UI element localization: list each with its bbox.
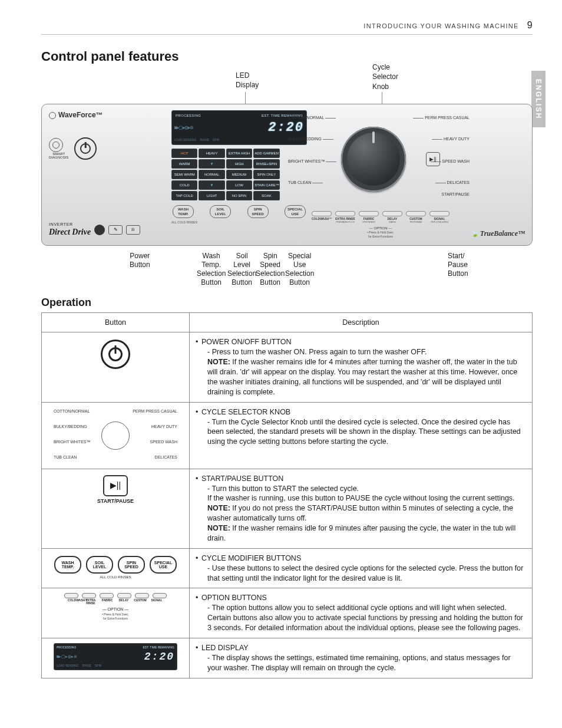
grid-cell: TAP COLD <box>171 191 197 200</box>
panel-mid-zone: PROCESSINGEST. TIME REMAINING ◙▸▢▸◍▸⊚ 2:… <box>171 110 307 238</box>
table-row: WASHTEMP.SOILLEVELSPINSPEEDSPECIALUSEALL… <box>42 548 533 588</box>
modifier-icons: WASHTEMP.SOILLEVELSPINSPEEDSPECIALUSE <box>48 556 183 574</box>
cycle-label: TUB CLEAN <box>288 180 324 185</box>
all-cold-rinses-label: ALL COLD RINSES <box>171 220 307 225</box>
option-button: CUSTOMPROGRAM <box>406 211 426 223</box>
grid-cell: HIGH <box>226 159 252 169</box>
top-callouts: LED Display Cycle Selector Knob <box>41 68 533 104</box>
modifier-row: WASHTEMP.SOILLEVELSPINSPEEDSPECIALUSE <box>171 205 307 218</box>
col-button: Button <box>42 312 190 332</box>
grid-cell: NO SPIN <box>226 191 252 200</box>
button-cell <box>42 332 190 402</box>
operation-table: Button Description POWER ON/OFF BUTTON- … <box>41 312 533 678</box>
description-cell: CYCLE MODIFIER BUTTONS- Use these button… <box>190 548 533 588</box>
description-cell: CYCLE SELECTOR KNOB- Turn the Cycle Sele… <box>190 402 533 469</box>
callout-special: Special Use Selection Button <box>285 252 314 287</box>
inverter-label: INVERTER <box>49 222 91 227</box>
callout-knob: Cycle Selector Knob <box>372 62 398 91</box>
button-cell: WASHTEMP.SOILLEVELSPINSPEEDSPECIALUSEALL… <box>42 548 190 588</box>
panel-left-zone: WaveForce™ SMART DIAGNOSIS INVERTER Dire… <box>49 110 167 238</box>
start-pause-icon: ▶|| <box>426 152 440 166</box>
page-number: 9 <box>527 19 533 32</box>
options-icon: COLDWASH™EXTRA RINSEFABRICDELAYCUSTOMSIG… <box>57 593 174 620</box>
col-description: Description <box>190 312 533 332</box>
callout-spin: Spin Speed Selection Button <box>256 252 285 287</box>
dd-badge-icon <box>94 225 105 235</box>
description-cell: LED DISPLAY- The display shows the setti… <box>190 638 533 678</box>
section-title: INTRODUCING YOUR WASHING MACHINE <box>363 22 518 31</box>
grid-cell: SPIN ONLY <box>253 170 279 179</box>
start-pause-label: START/PAUSE <box>48 498 183 505</box>
control-panel-diagram: WaveForce™ SMART DIAGNOSIS INVERTER Dire… <box>41 104 533 246</box>
led-hdr-left: PROCESSING <box>176 113 201 118</box>
grid-cell: NORMAL <box>199 170 224 179</box>
grid-cell: COLD <box>171 180 197 190</box>
table-row: ▶||START/PAUSESTART/PAUSE BUTTON- Turn t… <box>42 469 533 548</box>
cycle-selector-knob-icon <box>341 127 406 192</box>
settings-grid: HOTHEAVYEXTRA HIGHADD GARMENTSWARMHIGHRI… <box>171 149 307 200</box>
running-header: INTRODUCING YOUR WASHING MACHINE 9 <box>41 19 533 35</box>
button-cell: COLDWASH™EXTRA RINSEFABRICDELAYCUSTOMSIG… <box>42 588 190 638</box>
callout-soil: Soil Level Selection Button <box>227 252 256 287</box>
grid-cell: SOAK <box>253 191 279 200</box>
description-cell: POWER ON/OFF BUTTON- Press to turn the w… <box>190 332 533 402</box>
callout-power: Power Button <box>130 252 150 269</box>
grid-cell: MEDIUM <box>226 170 252 179</box>
led-time: 2:20 <box>268 119 304 137</box>
grid-cell: HEAVY <box>199 149 224 158</box>
option-button: SIGNALOFF-LOW-HIGH <box>429 211 449 223</box>
description-cell: OPTION BUTTONS- The option buttons allow… <box>190 588 533 638</box>
cycle-label: BRIGHT WHITES™ <box>288 159 338 164</box>
led-progress-icons: ◙▸▢▸◍▸⊚ <box>174 125 193 131</box>
table-row: COLDWASH™EXTRA RINSEFABRICDELAYCUSTOMSIG… <box>42 588 533 638</box>
option-button: FABRICSOFTENER <box>359 211 379 223</box>
smart-diagnosis-label: SMART DIAGNOSIS <box>49 152 68 159</box>
cert-badge-icon: ✎ <box>108 225 123 235</box>
waveforce-logo: WaveForce™ <box>49 110 167 120</box>
bottom-callouts: Power Button Wash Temp. Selection Button… <box>41 248 533 291</box>
table-row: COTTON/NORMALBULKY/BEDDINGBRIGHT WHITES™… <box>42 402 533 469</box>
grid-cell: ADD GARMENTS <box>253 149 279 158</box>
callout-wash: Wash Temp. Selection Button <box>197 252 226 287</box>
power-button-icon <box>74 137 97 160</box>
modifier-button: SOILLEVEL <box>209 205 232 218</box>
grid-cell: EXTRA HIGH <box>226 149 252 158</box>
led-strip: LOAD SENSINGRINSESPIN <box>174 138 304 142</box>
modifier-button: SPINSPEED <box>246 205 270 218</box>
smart-diagnosis-icon <box>49 138 63 152</box>
callout-led: LED Display <box>236 71 259 90</box>
option-row: COLDWASH™EXTRA RINSEPREWASH PLUSFABRICSO… <box>312 211 449 223</box>
cycle-label: BULKY/BEDDING <box>288 136 335 141</box>
cert-badge-icon: ⛭ <box>126 225 140 235</box>
led-display: PROCESSINGEST. TIME REMAINING ◙▸▢▸◍▸⊚ 2:… <box>171 110 307 145</box>
callout-start: Start/ Pause Button <box>448 252 468 278</box>
language-tab: ENGLISH <box>531 71 546 127</box>
button-cell: ▶||START/PAUSE <box>42 469 190 548</box>
table-row: PROCESSINGEST. TIME REMAINING◙▸▢▸◍▸⊚2:20… <box>42 638 533 678</box>
grid-cell: HOT <box>171 149 197 158</box>
panel-knob-zone: COTTON/NORMAL BULKY/BEDDING BRIGHT WHITE… <box>312 110 449 238</box>
grid-cell <box>199 180 224 190</box>
table-row: POWER ON/OFF BUTTON- Press to turn the w… <box>42 332 533 402</box>
button-cell: PROCESSINGEST. TIME REMAINING◙▸▢▸◍▸⊚2:20… <box>42 638 190 678</box>
page-title: Control panel features <box>41 48 533 65</box>
start-pause-icon: ▶|| <box>103 475 128 496</box>
option-button: EXTRA RINSEPREWASH PLUS <box>335 211 355 223</box>
grid-cell <box>199 159 224 169</box>
direct-drive-logo: INVERTER Direct Drive ✎ ⛭ <box>49 222 140 238</box>
option-button: DELAYWASH <box>382 211 402 223</box>
power-icon <box>101 340 130 369</box>
direct-drive-label: Direct Drive <box>49 228 91 236</box>
led-icon: PROCESSINGEST. TIME REMAINING◙▸▢▸◍▸⊚2:20… <box>54 643 177 670</box>
grid-cell: LIGHT <box>199 191 224 200</box>
knob-icon: COTTON/NORMALBULKY/BEDDINGBRIGHT WHITES™… <box>54 407 177 464</box>
grid-cell: LOW <box>226 180 252 190</box>
cycle-label: COTTON/NORMAL <box>288 115 337 120</box>
truebalance-logo: TrueBalance™ <box>471 229 525 238</box>
description-cell: START/PAUSE BUTTON- Turn this button to … <box>190 469 533 548</box>
modifier-button: WASHTEMP. <box>171 205 195 218</box>
grid-cell: WARM <box>171 159 197 169</box>
grid-cell: SEMI WARM <box>171 170 197 179</box>
option-caption: — OPTION — • Press & Hold 3sec. for Extr… <box>312 226 449 239</box>
operation-heading: Operation <box>41 295 533 309</box>
